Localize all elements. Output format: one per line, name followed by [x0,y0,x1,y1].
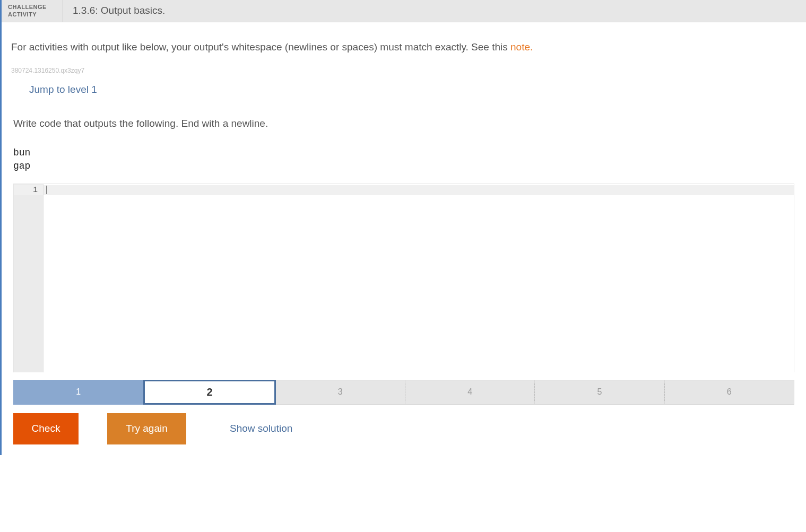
activity-container: CHALLENGE ACTIVITY 1.3.6: Output basics.… [0,0,806,455]
code-editor[interactable]: 1 [13,184,794,372]
level-4-label: 4 [467,387,472,397]
level-3-label: 3 [338,387,343,397]
editor-gutter: 1 [14,184,44,372]
expected-output: bun gap [13,146,794,173]
activity-content: For activities with output like below, y… [2,22,806,455]
line-number: 1 [14,185,43,195]
check-button[interactable]: Check [13,413,79,444]
instruction-text: For activities with output like below, y… [11,41,510,53]
level-3[interactable]: 3 [276,380,405,405]
level-5[interactable]: 5 [535,380,664,405]
prompt-text: Write code that outputs the following. E… [13,118,794,129]
show-solution-button[interactable]: Show solution [224,413,298,444]
code-area[interactable] [44,184,794,372]
try-again-button[interactable]: Try again [107,413,186,444]
cursor-icon [46,186,47,194]
level-1[interactable]: 1 [13,380,143,405]
level-2-label: 2 [206,386,212,398]
tracking-id: 380724.1316250.qx3zqy7 [11,67,794,74]
level-6[interactable]: 6 [665,380,794,405]
activity-header: CHALLENGE ACTIVITY 1.3.6: Output basics. [2,0,806,22]
action-buttons: Check Try again Show solution [13,413,794,455]
note-link[interactable]: note. [510,41,533,53]
level-1-label: 1 [76,387,81,397]
activity-type-line2: ACTIVITY [8,11,60,18]
activity-title: 1.3.6: Output basics. [63,5,165,16]
activity-type-line1: CHALLENGE [8,3,60,11]
code-line[interactable] [44,185,794,195]
whitespace-instruction: For activities with output like below, y… [11,41,794,53]
jump-to-level-link[interactable]: Jump to level 1 [29,84,97,95]
activity-type-label: CHALLENGE ACTIVITY [6,0,63,22]
level-2[interactable]: 2 [143,380,275,405]
level-6-label: 6 [727,387,732,397]
level-selector: 1 2 3 4 5 6 [13,380,794,405]
level-5-label: 5 [597,387,602,397]
level-4[interactable]: 4 [405,380,535,405]
